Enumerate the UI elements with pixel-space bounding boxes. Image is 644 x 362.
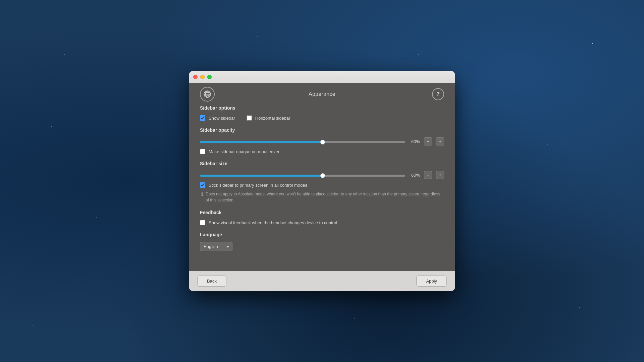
bottom-bar: Back Apply bbox=[189, 271, 455, 291]
opacity-slider-row: 60% - + bbox=[200, 137, 444, 145]
horizontal-sidebar-checkbox[interactable] bbox=[247, 115, 252, 121]
feedback-section: Feedback Show visual feedback when the h… bbox=[200, 210, 444, 225]
sidebar-size-title: Sidebar size bbox=[200, 161, 444, 166]
window-title: Apperance bbox=[309, 91, 335, 97]
traffic-lights bbox=[193, 75, 212, 79]
opacity-plus-button[interactable]: + bbox=[436, 137, 444, 145]
size-minus-button[interactable]: - bbox=[424, 171, 432, 179]
visual-feedback-row: Show visual feedback when the headset ch… bbox=[200, 220, 444, 225]
opacity-slider-container bbox=[200, 138, 405, 144]
make-opaque-label[interactable]: Make sidebar opaque on mouseover bbox=[209, 149, 279, 154]
close-button[interactable] bbox=[193, 75, 198, 79]
info-note-text: Does not apply to Absolute mode, where y… bbox=[206, 191, 444, 203]
sidebar-size-section: Sidebar size 60% - + Stick sidebar to pr… bbox=[200, 161, 444, 203]
stick-sidebar-row: Stick sidebar to primary screen in all c… bbox=[200, 182, 444, 188]
logo-icon[interactable] bbox=[200, 87, 215, 102]
window-content: Apperance ? Sidebar options Show sidebar… bbox=[189, 83, 455, 271]
apply-button[interactable]: Apply bbox=[416, 276, 447, 287]
language-title: Language bbox=[200, 232, 444, 237]
sidebar-options-section: Sidebar options Show sidebar Horizontal … bbox=[200, 105, 444, 121]
language-select[interactable]: English French German Spanish Japanese bbox=[200, 242, 232, 251]
sidebar-opacity-section: Sidebar opacity 60% - + Make sidebar opa… bbox=[200, 127, 444, 154]
minimize-button[interactable] bbox=[200, 75, 205, 79]
maximize-button[interactable] bbox=[207, 75, 212, 79]
horizontal-sidebar-label[interactable]: Horizontal sidebar bbox=[255, 116, 290, 121]
sidebar-options-title: Sidebar options bbox=[200, 105, 444, 111]
info-icon: ℹ bbox=[201, 191, 203, 197]
show-sidebar-label[interactable]: Show sidebar bbox=[209, 116, 235, 121]
language-section: Language English French German Spanish J… bbox=[200, 232, 444, 251]
title-bar bbox=[189, 71, 455, 83]
opacity-slider[interactable] bbox=[200, 141, 405, 143]
size-slider-container bbox=[200, 172, 405, 178]
visual-feedback-label[interactable]: Show visual feedback when the headset ch… bbox=[209, 220, 337, 225]
opacity-minus-button[interactable]: - bbox=[424, 137, 432, 145]
visual-feedback-checkbox[interactable] bbox=[200, 220, 205, 225]
size-value-label: 60% bbox=[409, 173, 420, 178]
make-opaque-row: Make sidebar opaque on mouseover bbox=[200, 149, 444, 154]
help-button[interactable]: ? bbox=[432, 88, 444, 100]
make-opaque-checkbox[interactable] bbox=[200, 149, 205, 154]
sidebar-opacity-title: Sidebar opacity bbox=[200, 127, 444, 133]
app-window: Apperance ? Sidebar options Show sidebar… bbox=[189, 71, 455, 291]
info-note: ℹ Does not apply to Absolute mode, where… bbox=[201, 191, 444, 203]
opacity-value-label: 60% bbox=[409, 139, 420, 144]
stick-sidebar-label[interactable]: Stick sidebar to primary screen in all c… bbox=[209, 183, 307, 188]
size-plus-button[interactable]: + bbox=[436, 171, 444, 179]
show-sidebar-row: Show sidebar Horizontal sidebar bbox=[200, 115, 444, 121]
show-sidebar-checkbox[interactable] bbox=[200, 115, 205, 121]
window-header: Apperance ? bbox=[200, 91, 444, 97]
stick-sidebar-checkbox[interactable] bbox=[200, 182, 205, 188]
back-button[interactable]: Back bbox=[197, 276, 226, 287]
size-slider-row: 60% - + bbox=[200, 171, 444, 179]
feedback-title: Feedback bbox=[200, 210, 444, 215]
size-slider[interactable] bbox=[200, 175, 405, 177]
